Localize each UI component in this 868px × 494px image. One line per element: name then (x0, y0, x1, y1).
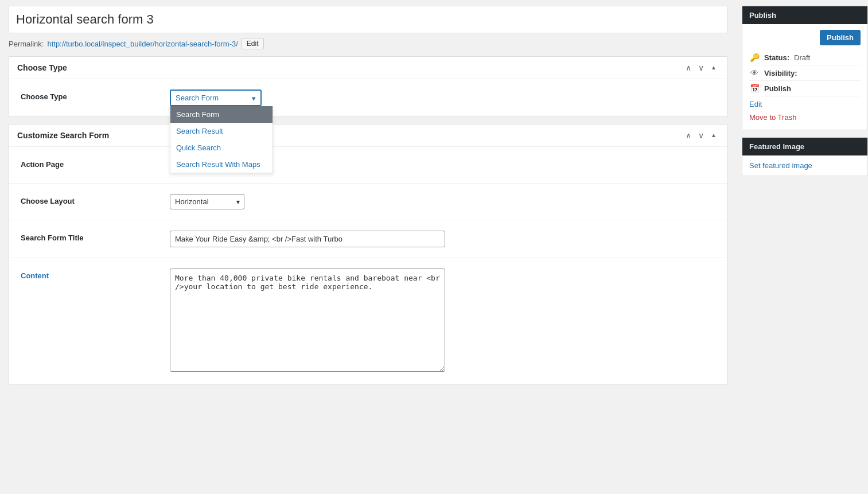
customize-panel-controls: ∧ ∨ ▲ (683, 130, 719, 141)
content-row: Content More than 40,000 private bike re… (9, 258, 727, 384)
publish-panel-header: Publish (742, 6, 867, 24)
choose-type-panel-body: Choose Type Search Form ▾ Search Form (9, 79, 727, 116)
panel-collapse-button[interactable]: ▲ (709, 63, 719, 73)
choose-layout-row: Choose Layout Horizontal Vertical Sideba… (9, 184, 727, 220)
choose-layout-select[interactable]: Horizontal Vertical Sidebar (170, 194, 244, 209)
content-label: Content (21, 269, 170, 280)
search-form-title-input[interactable] (170, 231, 445, 247)
permalink-label: Permalink: (9, 40, 44, 48)
permalink-row: Permalink: http://turbo.local/inspect_bu… (9, 38, 727, 49)
content-textarea[interactable]: More than 40,000 private bike rentals an… (170, 269, 445, 372)
search-form-title-label: Search Form Title (21, 231, 170, 242)
publish-date-row: 📅 Publish (749, 81, 861, 96)
customize-panel: Customize Search Form ∧ ∨ ▲ Action Page … (9, 124, 727, 384)
publish-date-label: Publish (764, 84, 791, 93)
visibility-label: Visibility: (764, 69, 797, 77)
chevron-down-icon: ▾ (252, 94, 256, 102)
choose-type-panel-header: Choose Type ∧ ∨ ▲ (9, 57, 727, 79)
edit-link-row: Edit (749, 96, 861, 111)
choose-type-panel: Choose Type ∧ ∨ ▲ Choose Type Search For… (9, 56, 727, 117)
page-title-input[interactable] (9, 6, 727, 33)
choose-type-dropdown-container: Search Form ▾ Search Form Search Result … (170, 90, 715, 106)
featured-image-panel-body: Set featured image (742, 155, 867, 176)
choose-layout-label: Choose Layout (21, 194, 170, 205)
customize-panel-title: Customize Search Form (17, 131, 109, 140)
choose-type-select-wrap[interactable]: Search Form ▾ (170, 90, 262, 106)
action-page-label: Action Page (21, 157, 170, 169)
permalink-url[interactable]: http://turbo.local/inspect_builder/horiz… (47, 40, 238, 48)
sidebar: Publish Publish 🔑 Status: Draft 👁 Visibi… (736, 0, 868, 494)
customize-panel-header: Customize Search Form ∧ ∨ ▲ (9, 125, 727, 147)
main-content: Permalink: http://turbo.local/inspect_bu… (0, 0, 736, 494)
visibility-row: 👁 Visibility: (749, 65, 861, 81)
choose-type-selected-value: Search Form (176, 94, 219, 102)
calendar-icon: 📅 (749, 84, 760, 93)
choose-type-panel-title: Choose Type (17, 63, 67, 72)
status-value: Draft (794, 53, 810, 62)
dropdown-item-search-result-maps[interactable]: Search Result With Maps (170, 156, 273, 173)
customize-panel-collapse-button[interactable]: ▲ (709, 130, 719, 141)
choose-type-panel-controls: ∧ ∨ ▲ (683, 63, 719, 73)
publish-panel: Publish Publish 🔑 Status: Draft 👁 Visibi… (742, 6, 868, 130)
dropdown-item-search-form[interactable]: Search Form (170, 106, 273, 123)
search-form-title-control (170, 231, 715, 247)
action-page-row: Action Page Car Listing Home Search ▾ (9, 147, 727, 184)
choose-type-control-wrap: Search Form ▾ Search Form Search Result … (170, 90, 715, 106)
sidebar-edit-link[interactable]: Edit (749, 100, 762, 108)
featured-image-title: Featured Image (749, 142, 804, 151)
choose-type-dropdown-menu: Search Form Search Result Quick Search S… (170, 106, 273, 173)
customize-panel-arrow-up-button[interactable]: ∧ (683, 130, 694, 141)
choose-type-form-row: Choose Type Search Form ▾ Search Form (9, 79, 727, 116)
status-row: 🔑 Status: Draft (749, 50, 861, 65)
dropdown-item-search-result[interactable]: Search Result (170, 123, 273, 139)
customize-panel-arrow-down-button[interactable]: ∨ (696, 130, 706, 141)
choose-type-label: Choose Type (21, 90, 170, 101)
eye-icon: 👁 (749, 68, 760, 77)
publish-button[interactable]: Publish (820, 30, 861, 45)
content-control: More than 40,000 private bike rentals an… (170, 269, 715, 374)
status-label: Status: (764, 53, 789, 62)
set-featured-image-link[interactable]: Set featured image (749, 161, 812, 170)
choose-type-select-box[interactable]: Search Form ▾ (170, 90, 262, 106)
featured-image-panel: Featured Image Set featured image (742, 137, 868, 176)
choose-layout-select-wrap: Horizontal Vertical Sidebar ▾ (170, 194, 244, 209)
publish-panel-body: Publish 🔑 Status: Draft 👁 Visibility: 📅 … (742, 24, 867, 130)
publish-panel-title: Publish (749, 11, 776, 20)
panel-arrow-up-button[interactable]: ∧ (683, 63, 694, 73)
featured-image-panel-header: Featured Image (742, 138, 867, 155)
customize-panel-body: Action Page Car Listing Home Search ▾ Ch… (9, 147, 727, 384)
key-icon: 🔑 (749, 53, 760, 62)
panel-arrow-down-button[interactable]: ∨ (696, 63, 706, 73)
dropdown-item-quick-search[interactable]: Quick Search (170, 139, 273, 156)
permalink-edit-button[interactable]: Edit (242, 38, 264, 49)
trash-link-row: Move to Trash (749, 111, 861, 124)
choose-layout-control: Horizontal Vertical Sidebar ▾ (170, 194, 715, 209)
move-to-trash-link[interactable]: Move to Trash (749, 113, 796, 122)
search-form-title-row: Search Form Title (9, 220, 727, 258)
